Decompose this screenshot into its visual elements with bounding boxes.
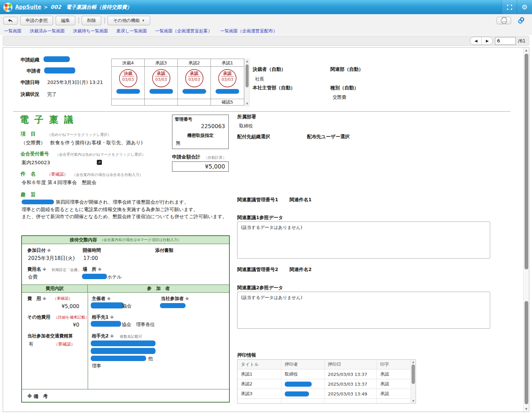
main-scrollbar[interactable]: ▲ ▼ <box>523 48 529 412</box>
open-reference-icon[interactable]: ↗ <box>97 160 102 165</box>
stamp-text: 決裁 <box>122 70 134 77</box>
flow-next-cell <box>178 99 211 105</box>
participants-header: 参 加 者 <box>88 285 229 292</box>
list-view-links: 一覧画面 決裁済み一覧画面 決裁待ち一覧画面 差戻し一覧画面 一覧画面（企画運営… <box>0 27 532 35</box>
time-label: 開催時間 <box>83 247 101 254</box>
purpose-line-2: 理事との親睦を図るとともに電設業の情報交換を実施する為参加ご許可願います。 <box>22 206 227 213</box>
page-title: 002 電子稟議台帳（接待交際費） <box>51 4 132 10</box>
page-number-input[interactable] <box>495 37 516 45</box>
printer-icon <box>501 19 507 23</box>
purpose-line-1: 第四回理事会が開催され、理事会終了後懇親会が行われます。 <box>22 199 227 206</box>
flow-next-cell: 確認5 <box>211 99 244 105</box>
redaction-bar <box>116 89 140 94</box>
flow-step-header: 承認1 <box>211 59 244 67</box>
cost-warn: （要確認） <box>53 296 73 301</box>
prev-page-button[interactable]: ◀ <box>470 37 481 45</box>
desknets-rings-icon[interactable] <box>518 17 526 24</box>
section-divider <box>13 111 510 112</box>
print-button[interactable] <box>497 17 511 24</box>
related1-ref-label: 関連稟議1参照データ <box>237 215 283 221</box>
subject-value: 令和６年度 第４回理事会 懇親会 <box>22 179 96 186</box>
stamp-date: 03/03 <box>188 77 200 82</box>
fullscreen-button[interactable] <box>502 0 517 14</box>
transport-label: 当社参加者交通費精算 <box>27 333 73 339</box>
link-pending-list[interactable]: 決裁待ち一覧画面 <box>73 28 108 34</box>
details-title: 接待交際内容 <box>70 237 97 243</box>
edit-button[interactable]: 編集 <box>56 16 75 25</box>
scrollbar-thumb[interactable] <box>246 64 249 87</box>
approval-flow-header-row: 決裁4 承認3 承認2 承認1 <box>112 59 244 67</box>
approval-stamp-cell: 決裁 03/03 <box>112 67 145 99</box>
next-page-button[interactable]: ▶ <box>481 37 493 45</box>
redaction-bar <box>91 302 124 308</box>
table-row: 承認2 2025/03/03 13:37 承認 <box>237 379 416 389</box>
item-value: （交際費） 飲食を伴う接待(お客様・取引先、酒あり) <box>21 140 143 146</box>
scroll-up-icon[interactable]: ▲ <box>411 360 416 363</box>
appsuite-home-link[interactable]: AppSuite <box>15 4 41 10</box>
more-functions-button[interactable]: その他の機能 ▼ <box>108 16 150 25</box>
approval-flow-next-row: 確認5 <box>112 99 244 105</box>
scroll-up-icon[interactable]: ▲ <box>524 49 529 52</box>
approval-stamp-seal: 承認 03/03 <box>152 69 170 87</box>
belong-dept-label: 所属部署 <box>237 114 256 120</box>
mgmt-number-label: 管理番号 <box>172 115 228 122</box>
table-row: 承認1 取締役 2025/03/03 13:37 承認 <box>237 369 416 379</box>
remarks-row: ※ 備 考 <box>22 389 229 403</box>
toolbar-divider <box>105 18 105 24</box>
final-approver-value: 社長 <box>255 76 264 82</box>
link-planning-dist-list[interactable]: 一覧画面（企画運営室配布） <box>220 28 277 34</box>
more-functions-label: その他の機能 <box>113 18 140 24</box>
seal-print-cell: 承認 <box>377 379 416 389</box>
approval-flow-stamp-row: 決裁 03/03 承認 03/03 承認 03/03 <box>112 67 244 99</box>
chevron-down-icon: ▼ <box>142 19 145 22</box>
flow-step-header: 承認3 <box>145 59 178 67</box>
link-planning-draft-list[interactable]: 一覧画面（企画運営室起案） <box>155 28 212 34</box>
hq-dept-label: 本社主管部（自動） <box>253 85 295 91</box>
belong-dept-value: 取締役 <box>239 123 253 129</box>
scrollbar-thumb[interactable] <box>525 301 528 404</box>
scroll-down-icon[interactable]: ▼ <box>524 407 529 411</box>
seal-table-scrollbar[interactable]: ▲ ▼ <box>411 360 416 403</box>
our-participants-label: 当社参加者 ※ <box>161 296 189 302</box>
related2-name-label: 関連件名2 <box>289 267 312 273</box>
page-total-label: /61 <box>518 38 526 43</box>
approval-stamp-cell: 承認 03/03 <box>211 67 244 99</box>
stamp-date: 03/03 <box>122 77 134 82</box>
partner1-value-suffix: 協会 理事各位 <box>122 322 155 328</box>
flow-next-cell <box>112 99 145 105</box>
partner2-hint: 複数名記載可 <box>120 334 142 339</box>
confidential-label: 機密取扱指定 <box>172 131 228 139</box>
link-approved-list[interactable]: 決裁済み一覧画面 <box>30 28 65 34</box>
scroll-up-icon[interactable]: ▲ <box>245 60 249 63</box>
time-value: 17:00 <box>83 255 98 261</box>
seal-date-cell: 2025/03/03 13:49 <box>325 389 377 398</box>
item-label: 項 目 <box>21 131 36 137</box>
host-label: 主催者 ※ <box>92 296 111 302</box>
related2-ref-box: (該当するデータはありません) <box>237 292 490 329</box>
link-returned-list[interactable]: 差戻し一覧画面 <box>116 28 147 34</box>
settings-button[interactable]: ⚙ <box>517 0 532 14</box>
other-cost-warn: （詳細を備考記載） <box>54 315 89 320</box>
confidential-value: 無 <box>172 139 228 146</box>
seal-print-cell: 承認 <box>377 369 416 379</box>
request-org-label: 申請組織 <box>21 57 39 63</box>
view-request-button[interactable]: 申請の参照 <box>20 16 53 25</box>
seal-title-cell: 承認3 <box>237 389 281 398</box>
back-button[interactable] <box>3 17 18 25</box>
scroll-down-icon[interactable]: ▼ <box>411 399 416 403</box>
partner1-label: 相手先1 ※ <box>92 314 114 320</box>
scrollbar-thumb[interactable] <box>412 364 415 384</box>
fee-name-label: 費用名 ※ <box>27 266 46 272</box>
link-list-view[interactable]: 一覧画面 <box>4 28 22 34</box>
scrollbar-thumb[interactable] <box>525 54 528 269</box>
seal-print-cell: 承認 <box>377 389 416 398</box>
seal-stamper-cell: 取締役 <box>281 369 325 379</box>
seal-info-title: 押印情報 <box>237 352 256 358</box>
toolbar-divider <box>79 18 79 24</box>
delete-button[interactable]: 削除 <box>82 16 101 25</box>
approval-status-value: 完了 <box>47 91 57 97</box>
pager-controls: ◀ ▶ <box>470 37 493 45</box>
type-label: 種別（自動） <box>330 85 359 91</box>
scroll-down-icon[interactable]: ▼ <box>245 102 249 105</box>
approval-flow-scrollbar[interactable]: ▲ ▼ <box>245 59 250 106</box>
